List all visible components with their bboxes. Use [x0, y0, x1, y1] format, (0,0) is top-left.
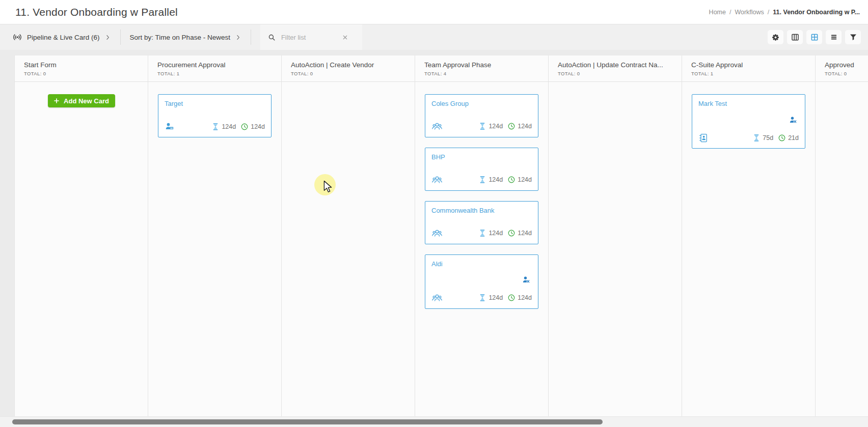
toolbar-divider: [120, 30, 121, 45]
card-badges: [431, 268, 532, 292]
user-settings-icon: [789, 116, 798, 125]
contact-book-icon: [698, 133, 709, 143]
clock-icon: [778, 134, 786, 142]
column-header: Start Form TOTAL: 0: [15, 55, 148, 82]
list-view-icon: [829, 33, 838, 42]
kanban-board: Start Form TOTAL: 0 Add New Card P: [0, 50, 868, 416]
column-body: [282, 82, 415, 416]
column-title: C-Suite Approval: [691, 61, 810, 69]
column-title: Procurement Approval: [157, 61, 276, 69]
add-new-card-label: Add New Card: [64, 97, 109, 105]
pipeline-view-selector[interactable]: Pipeline & Live Card (6): [12, 32, 111, 42]
chevron-right-icon: [235, 34, 241, 41]
column-body: Target: [148, 82, 281, 416]
column-total: TOTAL: 1: [691, 71, 810, 76]
column-total: TOTAL: 1: [157, 71, 276, 76]
total-time: 21d: [788, 134, 799, 141]
card-commonwealth-bank[interactable]: Commonwealth Bank: [425, 201, 538, 244]
time-on-phase: 124d: [489, 230, 503, 237]
column-body: Coles Group: [415, 82, 548, 416]
horizontal-scrollbar-thumb[interactable]: [12, 419, 603, 424]
time-on-phase: 124d: [489, 294, 503, 301]
column-header: AutoAction | Update Contract Na... TOTAL…: [549, 55, 682, 82]
column-total: TOTAL: 0: [24, 71, 143, 76]
card-target[interactable]: Target: [158, 94, 272, 137]
card-aldi[interactable]: Aldi: [425, 254, 538, 309]
clock-icon: [507, 122, 516, 130]
page-title: 11. Vendor Onboarding w Parallel: [15, 6, 178, 18]
column-title: AutoAction | Update Contract Na...: [558, 61, 676, 69]
column-header: C-Suite Approval TOTAL: 1: [682, 55, 815, 82]
card-footer: 124d 124d: [165, 122, 265, 132]
column-team-approval-phase: Team Approval Phase TOTAL: 4 Coles Group: [415, 55, 549, 416]
column-total: TOTAL: 0: [825, 71, 868, 76]
column-header: Approved TOTAL: 0: [816, 55, 868, 82]
group-icon: [431, 121, 443, 132]
grid-view-button[interactable]: [806, 30, 822, 44]
card-title: Coles Group: [431, 100, 532, 107]
card-title: Aldi: [431, 260, 532, 268]
filter-input[interactable]: [281, 34, 337, 41]
card-title: Commonwealth Bank: [431, 207, 532, 214]
hourglass-icon: [478, 122, 486, 130]
card-coles-group[interactable]: Coles Group: [425, 94, 538, 137]
card-footer: 124d 124d: [431, 121, 532, 132]
user-badge-icon: [165, 122, 175, 132]
kanban-columns: Start Form TOTAL: 0 Add New Card P: [14, 55, 868, 416]
group-icon: [431, 174, 443, 185]
card-bhp[interactable]: BHP: [425, 148, 538, 191]
add-new-card-button[interactable]: Add New Card: [48, 94, 115, 107]
breadcrumb-separator: /: [729, 9, 731, 16]
plus-icon: [53, 98, 60, 104]
card-footer: 124d 124d: [431, 292, 532, 303]
sort-label: Sort by: Time on Phase - Newest: [130, 34, 230, 41]
breadcrumb-home[interactable]: Home: [709, 9, 726, 16]
column-view-icon: [791, 33, 800, 42]
breadcrumb-workflows[interactable]: Workflows: [735, 9, 764, 16]
column-body: Mark Test: [682, 82, 815, 416]
clock-icon: [507, 294, 516, 302]
grid-view-icon: [810, 33, 819, 42]
total-time: 124d: [518, 123, 532, 130]
pipeline-view-label: Pipeline & Live Card (6): [27, 34, 100, 41]
card-title: Mark Test: [698, 100, 799, 107]
chevron-right-icon: [104, 34, 111, 41]
column-total: TOTAL: 0: [291, 71, 410, 76]
user-settings-icon: [522, 275, 531, 284]
total-time: 124d: [251, 123, 265, 130]
column-title: Approved: [825, 61, 868, 69]
column-body: [816, 82, 868, 416]
column-header: Procurement Approval TOTAL: 1: [148, 55, 281, 82]
column-procurement-approval: Procurement Approval TOTAL: 1 Target: [148, 55, 282, 416]
clear-filter-icon[interactable]: [342, 35, 348, 40]
card-mark-test[interactable]: Mark Test: [692, 94, 805, 149]
search-icon: [267, 33, 276, 42]
column-c-suite-approval: C-Suite Approval TOTAL: 1 Mark Test: [682, 55, 816, 416]
group-icon: [431, 227, 443, 239]
card-title: BHP: [431, 153, 532, 161]
list-view-button[interactable]: [826, 30, 842, 44]
card-footer: 124d 124d: [431, 227, 532, 239]
total-time: 124d: [518, 176, 532, 183]
hourglass-icon: [478, 229, 486, 237]
column-view-button[interactable]: [787, 30, 803, 44]
card-title: Target: [165, 100, 265, 107]
column-autoaction-create-vendor: AutoAction | Create Vendor TOTAL: 0: [282, 55, 415, 416]
column-title: Team Approval Phase: [424, 61, 543, 69]
settings-button[interactable]: [768, 30, 783, 44]
broadcast-icon: [12, 32, 22, 42]
filter-view-button[interactable]: [845, 30, 861, 44]
clock-icon: [240, 123, 249, 131]
column-title: AutoAction | Create Vendor: [291, 61, 410, 69]
breadcrumb-current: 11. Vendor Onboarding w P...: [773, 9, 860, 16]
time-on-phase: 75d: [763, 134, 773, 141]
horizontal-scrollbar-track[interactable]: [0, 416, 868, 427]
column-header: AutoAction | Create Vendor TOTAL: 0: [282, 55, 415, 82]
time-on-phase: 124d: [489, 123, 503, 130]
gear-icon: [771, 33, 780, 42]
clock-icon: [507, 229, 516, 237]
sort-selector[interactable]: Sort by: Time on Phase - Newest: [130, 34, 241, 41]
app-header: 11. Vendor Onboarding w Parallel Home / …: [0, 0, 868, 24]
column-title: Start Form: [24, 61, 143, 69]
card-footer: 75d 21d: [698, 133, 799, 143]
